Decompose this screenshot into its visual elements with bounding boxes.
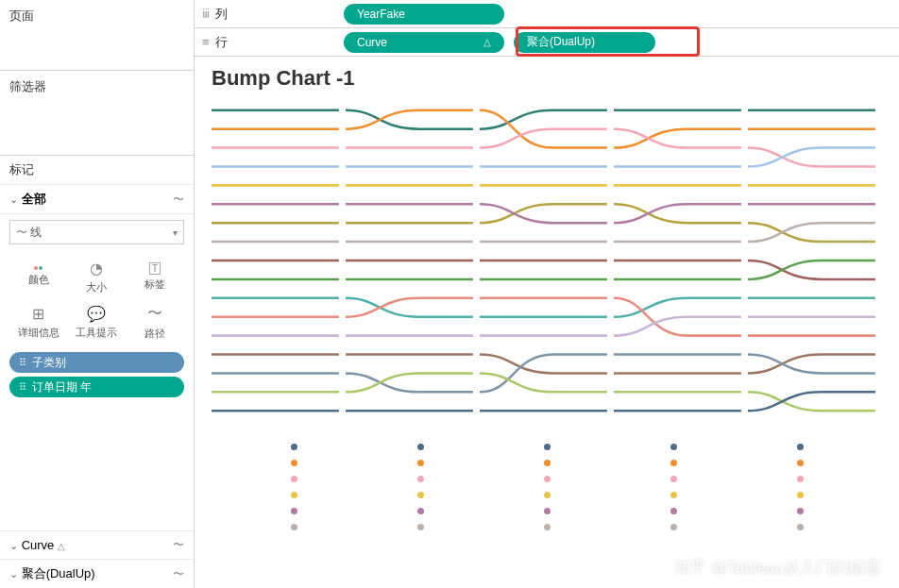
detail-icon: ⊞: [32, 305, 44, 323]
rows-icon: ≡: [202, 35, 210, 49]
marks-curve-section[interactable]: ⌄ Curve △ 〜: [0, 530, 194, 559]
detail-pill-orderdate[interactable]: ⠿订单日期 年: [9, 377, 184, 397]
path-icon: 〜: [147, 304, 162, 324]
chevron-down-icon: ⌄: [9, 540, 18, 551]
bump-chart: [212, 100, 882, 421]
line-icon: 〜: [173, 566, 184, 582]
tooltip-button[interactable]: 💬工具提示: [68, 299, 127, 344]
rows-pill-dualup[interactable]: 聚合(DualUp): [514, 32, 655, 53]
main-area: ⅲ列 YearFake ≡行 Curve△ 聚合(DualUp) Bump Ch…: [195, 0, 899, 588]
rows-pill-curve[interactable]: Curve△: [344, 32, 504, 53]
mark-type-dropdown[interactable]: 〜 线 ▾: [9, 220, 184, 244]
tooltip-icon: 💬: [87, 305, 106, 323]
chevron-down-icon: ⌄: [9, 568, 18, 580]
label-button[interactable]: T标签: [126, 254, 184, 299]
marks-all-header[interactable]: ⌄ 全部 〜: [0, 185, 194, 214]
columns-icon: ⅲ: [202, 7, 210, 21]
line-icon: 〜: [173, 192, 184, 208]
size-icon: ◔: [90, 260, 103, 277]
chevron-down-icon: ▾: [173, 227, 178, 238]
marks-card-label: 标记: [0, 156, 194, 185]
columns-shelf[interactable]: ⅲ列 YearFake: [195, 0, 899, 28]
columns-pill-yearfake[interactable]: YearFake: [344, 4, 504, 25]
pages-label: 页面: [9, 8, 184, 25]
filters-shelf[interactable]: 筛选器: [0, 71, 194, 156]
chart-title: Bump Chart -1: [212, 66, 882, 91]
color-icon: ⠿: [19, 357, 26, 369]
detail-icon: ⠿: [19, 381, 26, 394]
marks-dualup-section[interactable]: ⌄ 聚合(DualUp) 〜: [0, 559, 194, 588]
filters-label: 筛选器: [9, 78, 184, 95]
line-icon: 〜: [173, 537, 184, 553]
left-side-panel: 页面 筛选器 标记 ⌄ 全部 〜 〜 线 ▾ 颜色 ◔大小 T标签 ⊞详细信息 …: [0, 0, 195, 588]
chevron-down-icon: ⌄: [9, 193, 18, 205]
rows-shelf[interactable]: ≡行 Curve△ 聚合(DualUp): [195, 28, 899, 57]
dual-axis-dots: [212, 444, 882, 530]
label-icon: T: [149, 262, 161, 275]
triangle-icon: △: [483, 37, 491, 47]
color-icon: [34, 266, 42, 270]
size-button[interactable]: ◔大小: [68, 254, 127, 299]
color-pill-subcategory[interactable]: ⠿子类别: [9, 352, 184, 373]
path-button[interactable]: 〜路径: [126, 299, 184, 344]
chart-viewport[interactable]: Bump Chart -1: [195, 57, 899, 588]
color-button[interactable]: 颜色: [9, 254, 68, 299]
pages-shelf[interactable]: 页面: [0, 0, 194, 71]
detail-button[interactable]: ⊞详细信息: [9, 299, 68, 344]
